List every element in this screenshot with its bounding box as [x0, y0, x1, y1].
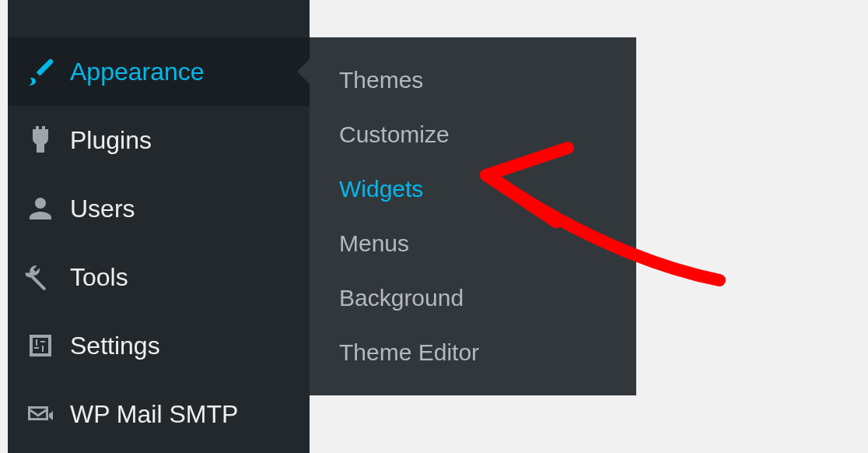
sidebar-item-tools[interactable]: Tools — [8, 243, 310, 311]
sidebar-item-label: WP Mail SMTP — [70, 400, 238, 429]
sidebar-item-label: Settings — [70, 332, 160, 360]
submenu-item-customize[interactable]: Customize — [310, 107, 636, 162]
submenu-item-theme-editor[interactable]: Theme Editor — [310, 325, 636, 380]
submenu-item-background[interactable]: Background — [310, 271, 636, 325]
paintbrush-icon — [23, 54, 58, 89]
sidebar-item-label: Plugins — [70, 126, 152, 155]
sidebar-item-label: Users — [70, 195, 135, 223]
user-icon — [23, 191, 58, 226]
appearance-submenu: Themes Customize Widgets Menus Backgroun… — [310, 37, 636, 395]
wrench-icon — [23, 260, 58, 294]
submenu-item-menus[interactable]: Menus — [310, 216, 636, 271]
admin-sidebar: Appearance Plugins Users Tools Settings — [8, 0, 310, 453]
sidebar-item-plugins[interactable]: Plugins — [8, 106, 310, 174]
sidebar-item-label: Appearance — [70, 58, 205, 86]
plugin-icon — [23, 123, 58, 157]
sidebar-top-spacer — [8, 0, 310, 37]
sidebar-item-users[interactable]: Users — [8, 174, 310, 243]
sidebar-item-settings[interactable]: Settings — [8, 311, 310, 380]
sidebar-item-wp-mail-smtp[interactable]: WP Mail SMTP — [8, 380, 310, 448]
mail-icon — [23, 397, 58, 431]
sliders-icon — [23, 328, 58, 363]
submenu-item-themes[interactable]: Themes — [310, 53, 636, 107]
sidebar-item-label: Tools — [70, 263, 128, 292]
sidebar-item-appearance[interactable]: Appearance — [8, 37, 310, 106]
submenu-item-widgets[interactable]: Widgets — [310, 162, 636, 216]
